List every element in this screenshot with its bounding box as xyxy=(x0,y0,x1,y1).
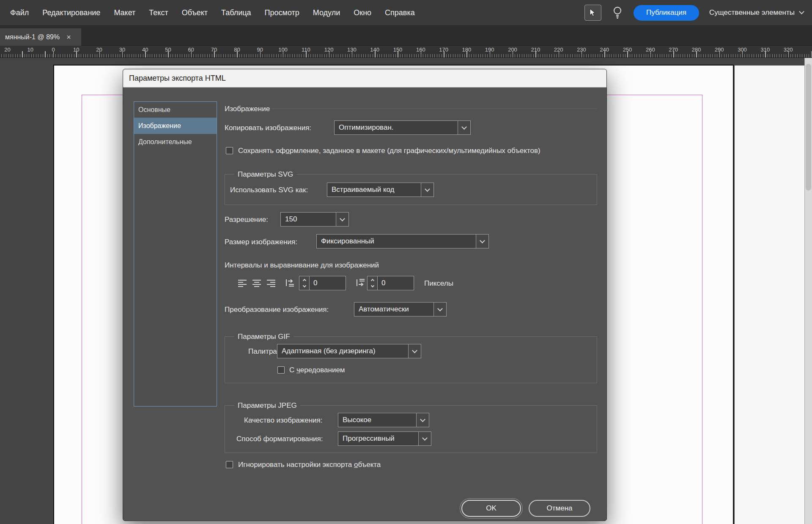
ignore-export-label[interactable]: Игнорировать настройки экспорта объекта xyxy=(238,461,381,469)
spacing-title: Интервалы и выравнивание для изображений xyxy=(225,261,379,270)
ruler-label: 300 xyxy=(738,46,747,53)
gif-palette-dropdown[interactable]: Адаптивная (без дизеринга) xyxy=(277,344,421,358)
image-size-dropdown[interactable]: Фиксированный xyxy=(316,234,489,248)
menu-list: ФайлРедактированиеМакетТекстОбъектТаблиц… xyxy=(0,0,422,26)
workspace-label: Существенные элементы xyxy=(709,8,795,17)
html-export-dialog: Параметры экспорта HTML ОсновныеИзображе… xyxy=(123,69,607,521)
menu-item-9[interactable]: Окно xyxy=(347,0,378,26)
image-conversion-value: Автоматически xyxy=(354,303,433,316)
ruler-label: 320 xyxy=(784,46,793,53)
svg-usage-label: Использовать SVG как: xyxy=(230,186,308,194)
publish-button[interactable]: Публикация xyxy=(634,5,699,21)
menu-item-1[interactable]: Файл xyxy=(3,0,36,26)
space-after-input[interactable] xyxy=(378,276,414,290)
menu-item-5[interactable]: Объект xyxy=(175,0,214,26)
ruler-label: 100 xyxy=(278,46,288,53)
jpeg-quality-dropdown[interactable]: Высокое xyxy=(338,413,429,427)
left-margin-guide xyxy=(82,95,82,524)
ruler-label: 220 xyxy=(554,46,563,53)
ignore-export-checkbox[interactable] xyxy=(226,461,233,468)
ruler-label: 180 xyxy=(462,46,472,53)
image-conversion-label: Преобразование изображения: xyxy=(225,306,329,314)
menu-item-2[interactable]: Редактирование xyxy=(36,0,107,26)
section-item-2[interactable]: Изображение xyxy=(134,118,217,134)
jpeg-format-dropdown[interactable]: Прогрессивный xyxy=(338,431,431,446)
horizontal-ruler[interactable]: 2010010203040506070809010011012013014015… xyxy=(0,46,812,58)
cancel-button[interactable]: Отмена xyxy=(529,500,590,517)
dialog-title: Параметры экспорта HTML xyxy=(129,74,226,83)
ruler-label: 70 xyxy=(211,46,217,53)
stepper-arrows[interactable] xyxy=(299,276,310,290)
chevron-down-icon[interactable] xyxy=(421,183,433,196)
menu-item-7[interactable]: Просмотр xyxy=(258,0,306,26)
align-center-icon[interactable] xyxy=(252,278,263,288)
chevron-down-icon[interactable] xyxy=(336,213,348,226)
chevron-down-icon[interactable] xyxy=(408,344,421,358)
ruler-label: 200 xyxy=(508,46,517,53)
section-item-1[interactable]: Основные xyxy=(134,102,217,118)
touch-tool-button[interactable] xyxy=(584,5,601,21)
menu-item-10[interactable]: Справка xyxy=(378,0,422,26)
ruler-label: 150 xyxy=(393,46,403,53)
ruler-label: 310 xyxy=(760,46,770,53)
indesign-app: ФайлРедактированиеМакетТекстОбъектТаблиц… xyxy=(0,0,812,524)
chevron-down-icon[interactable] xyxy=(433,303,446,316)
image-conversion-dropdown[interactable]: Автоматически xyxy=(354,302,447,317)
copy-images-value: Оптимизирован. xyxy=(335,121,458,134)
copy-images-dropdown[interactable]: Оптимизирован. xyxy=(334,120,471,135)
resolution-dropdown[interactable]: 150 xyxy=(280,212,349,227)
menubar-right: Публикация Существенные элементы xyxy=(584,5,812,21)
ruler-label: 120 xyxy=(324,46,334,53)
align-left-icon[interactable] xyxy=(237,278,249,288)
svg-usage-dropdown[interactable]: Встраиваемый код xyxy=(327,183,434,197)
ruler-label: 50 xyxy=(165,46,171,53)
ruler-label: 90 xyxy=(257,46,263,53)
align-right-icon[interactable] xyxy=(266,278,278,288)
interlace-checkbox[interactable] xyxy=(277,366,285,374)
vertical-scrollbar-thumb[interactable] xyxy=(806,64,811,191)
document-tab[interactable]: мянный-1 @ 89% × xyxy=(0,28,81,46)
heading-divider xyxy=(272,109,597,109)
stepper-arrows[interactable] xyxy=(367,276,378,290)
lightbulb-icon[interactable] xyxy=(612,5,623,21)
interlace-label[interactable]: С чередованием xyxy=(289,366,345,374)
chevron-down-icon[interactable] xyxy=(458,121,470,134)
chevron-down-icon xyxy=(799,9,804,14)
chevron-down-icon[interactable] xyxy=(418,432,431,445)
menu-item-3[interactable]: Макет xyxy=(107,0,142,26)
space-after-stepper[interactable] xyxy=(367,276,414,290)
menubar: ФайлРедактированиеМакетТекстОбъектТаблиц… xyxy=(0,0,812,26)
jpeg-format-value: Прогрессивный xyxy=(338,432,418,445)
space-before-stepper[interactable] xyxy=(299,276,346,290)
chevron-down-icon[interactable] xyxy=(476,235,488,248)
ruler-label: 190 xyxy=(485,46,494,53)
menu-item-8[interactable]: Модули xyxy=(306,0,347,26)
gif-palette-label: Палитра: xyxy=(248,347,279,356)
ruler-label: 80 xyxy=(234,46,240,53)
dialog-title-bar[interactable]: Параметры экспорта HTML xyxy=(123,69,606,87)
panel-heading: Изображение xyxy=(225,105,270,113)
jpeg-group-legend: Параметры JPEG xyxy=(234,401,300,410)
ruler-label: 10 xyxy=(27,46,33,53)
resolution-value: 150 xyxy=(281,213,336,226)
menu-item-4[interactable]: Текст xyxy=(142,0,175,26)
chevron-down-icon[interactable] xyxy=(416,413,429,427)
gif-palette-value: Адаптивная (без дизеринга) xyxy=(277,344,408,358)
svg-usage-value: Встраиваемый код xyxy=(327,183,421,196)
svg-group-legend: Параметры SVG xyxy=(234,170,296,179)
image-size-label: Размер изображения: xyxy=(225,238,297,246)
ruler-label: 20 xyxy=(4,46,10,53)
menu-item-6[interactable]: Таблица xyxy=(214,0,258,26)
workspace-switcher[interactable]: Существенные элементы xyxy=(709,8,804,17)
preserve-appearance-checkbox[interactable] xyxy=(226,147,233,154)
tab-close-icon[interactable]: × xyxy=(66,33,71,41)
jpeg-quality-value: Высокое xyxy=(338,413,416,427)
ruler-label: 140 xyxy=(370,46,379,53)
preserve-appearance-label[interactable]: Сохранять оформление, заданное в макете … xyxy=(238,147,540,155)
space-before-input[interactable] xyxy=(310,276,346,290)
section-item-3[interactable]: Дополнительные xyxy=(134,134,217,150)
jpeg-quality-label: Качество изображения: xyxy=(244,416,322,425)
vertical-scrollbar[interactable] xyxy=(804,58,812,524)
ok-button[interactable]: OK xyxy=(461,500,521,517)
ruler-label: 280 xyxy=(692,46,701,53)
